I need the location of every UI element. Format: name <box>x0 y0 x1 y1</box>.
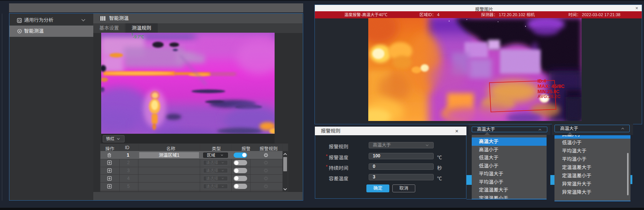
svg-text:ID:4: ID:4 <box>538 79 546 84</box>
svg-text:MAX: 45/8C: MAX: 45/8C <box>538 83 565 89</box>
svg-text:-9.7℃: -9.7℃ <box>133 35 144 39</box>
svg-text:AVG:28.2C: AVG:28.2C <box>538 94 560 99</box>
svg-text:MIN:25.0C: MIN:25.0C <box>538 89 559 94</box>
